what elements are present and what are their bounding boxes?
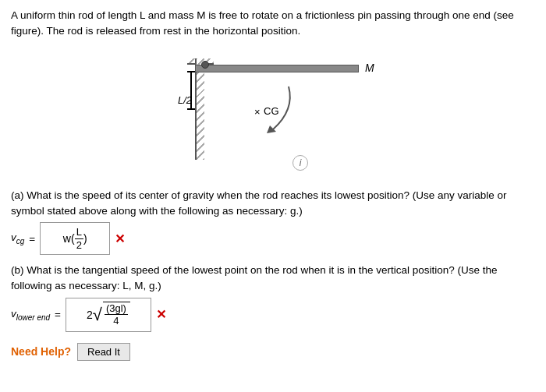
info-circle-icon[interactable]: i: [292, 155, 308, 171]
part-b-question: (b) What is the tangential speed of the …: [11, 263, 535, 295]
need-help-label: Need Help?: [11, 345, 71, 358]
part-a-fraction: L 2: [75, 226, 83, 251]
bracket-bottom-horizontal: [187, 108, 195, 110]
wall-left-hatch: [195, 58, 204, 160]
problem-container: A uniform thin rod of length L and mass …: [11, 8, 535, 361]
part-a-frac-den: 2: [75, 239, 83, 252]
info-icon-label: i: [300, 157, 302, 168]
part-b-answer-row: vlower end = 2 √ (3gl) 4 ✕: [11, 298, 535, 332]
part-b-frac-den: 4: [112, 315, 120, 327]
part-a-var: vcg: [11, 231, 24, 245]
l2-label: L/2: [178, 94, 192, 106]
part-a-eq: =: [29, 233, 35, 245]
part-b-prefix: 2: [87, 309, 93, 321]
part-a-question: (a) What is the speed of its center of g…: [11, 188, 535, 220]
part-b-eq: =: [55, 309, 61, 320]
part-b-sub: lower end: [16, 313, 50, 322]
pin-circle: [201, 61, 209, 69]
part-a-w: w: [63, 232, 71, 245]
read-it-button[interactable]: Read It: [77, 343, 130, 361]
part-b-incorrect-icon: ✕: [156, 307, 166, 322]
problem-intro: A uniform thin rod of length L and mass …: [11, 8, 535, 40]
part-b-answer-box[interactable]: 2 √ (3gl) 4: [66, 298, 151, 332]
part-a-answer-box[interactable]: w ( L 2 ): [40, 222, 110, 255]
part-b-sqrt: √ (3gl) 4: [93, 302, 130, 328]
part-a-answer-row: vcg = w ( L 2 ) ✕: [11, 222, 535, 255]
part-a-sub: cg: [16, 237, 25, 245]
need-help-section: Need Help? Read It: [11, 343, 535, 361]
part-b-var: vlower end: [11, 308, 50, 322]
svg-marker-0: [267, 125, 276, 133]
figure: M L/2 × CG i: [148, 48, 398, 180]
rod-horizontal: [195, 65, 359, 72]
figure-container: M L/2 × CG i: [11, 48, 535, 180]
part-a-frac-num: L: [75, 226, 83, 239]
m-label: M: [365, 62, 374, 74]
part-b-frac-num: (3gl): [105, 302, 128, 316]
part-a-incorrect-icon: ✕: [115, 231, 125, 246]
part-a-paren-close: ): [83, 232, 87, 245]
curved-arrow-icon: [250, 79, 296, 133]
sqrt-content: (3gl) 4: [103, 302, 130, 328]
part-b-fraction: (3gl) 4: [105, 302, 128, 327]
sqrt-symbol: √: [93, 306, 102, 323]
